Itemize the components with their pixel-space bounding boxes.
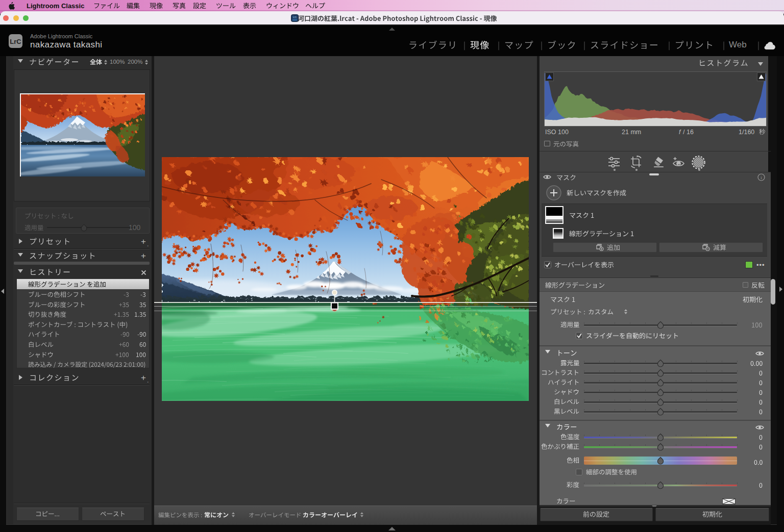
svg-text:LrC: LrC (10, 38, 21, 45)
svg-text:i: i (761, 175, 762, 180)
svg-text:Lrc: Lrc (293, 15, 297, 18)
